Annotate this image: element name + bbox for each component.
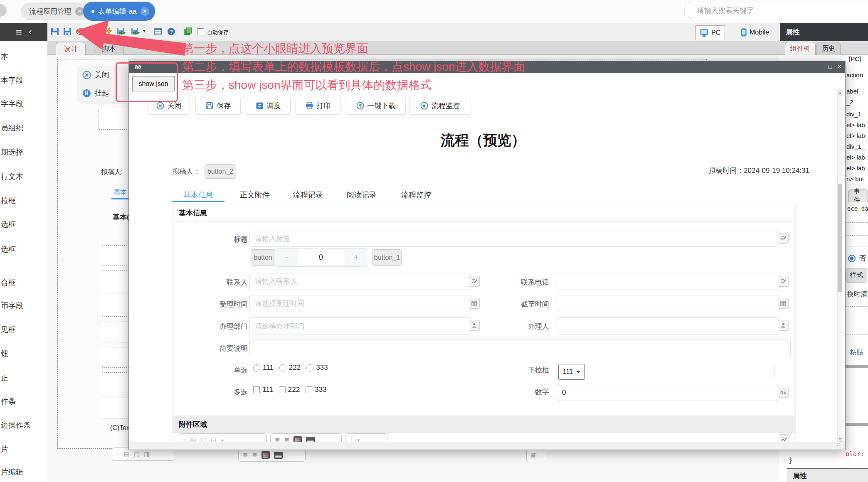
- palette-item[interactable]: 止: [1, 373, 8, 383]
- stepper-button-left[interactable]: button: [251, 249, 275, 266]
- maximize-icon[interactable]: □: [826, 63, 834, 70]
- browser-tab-form-edit[interactable]: 表单编辑-aa ✕: [83, 2, 155, 21]
- phone-input[interactable]: [557, 273, 779, 290]
- palette-item[interactable]: 片编辑: [1, 467, 23, 477]
- tree-node[interactable]: el> lab: [846, 132, 865, 139]
- tab-design[interactable]: 设计: [56, 42, 86, 55]
- palette-item[interactable]: 合框: [1, 278, 16, 288]
- tab-process-record[interactable]: 流程记录: [285, 187, 331, 202]
- radio-option[interactable]: 333: [306, 364, 328, 372]
- dialog-schedule-button[interactable]: 调度: [246, 97, 291, 115]
- device-pc-button[interactable]: PC: [695, 25, 725, 40]
- edit-icon[interactable]: [778, 276, 789, 287]
- department-input[interactable]: 请选择办理部门: [249, 317, 471, 334]
- canvas-mini-toolbar-2[interactable]: ≣≣▦▬: [238, 448, 306, 462]
- palette-item[interactable]: 币字段: [1, 301, 23, 311]
- person-icon[interactable]: [469, 320, 480, 331]
- stepper-minus-button[interactable]: −: [276, 248, 298, 266]
- radio-option[interactable]: 222: [279, 364, 301, 372]
- deadline-input[interactable]: [557, 295, 779, 312]
- dialog-horizontal-scrollbar[interactable]: [129, 442, 845, 450]
- tree-node[interactable]: n> but: [846, 175, 864, 182]
- calendar-icon[interactable]: [778, 298, 789, 309]
- palette-item[interactable]: 员组织: [1, 123, 23, 133]
- device-mobile-button[interactable]: Mobile: [737, 25, 773, 39]
- export-caret-icon[interactable]: ▾: [143, 28, 145, 34]
- tab-process-monitor[interactable]: 流程监控: [392, 187, 440, 202]
- checkbox-option[interactable]: 222: [279, 386, 300, 394]
- scrollbar-thumb[interactable]: [838, 184, 842, 292]
- dropdown-select[interactable]: 111: [558, 364, 585, 380]
- edit-icon[interactable]: [469, 276, 480, 287]
- palette-item[interactable]: 本字段: [1, 75, 23, 85]
- preview-eye-icon[interactable]: [76, 26, 86, 37]
- window-icon[interactable]: ▣: [531, 452, 537, 459]
- page-preview-icon[interactable]: [89, 26, 99, 37]
- dialog-monitor-button[interactable]: 流程监控: [409, 97, 471, 115]
- palette-item[interactable]: 选框: [1, 219, 16, 229]
- palette-item[interactable]: 边操作条: [1, 420, 31, 430]
- calendar-icon[interactable]: [469, 298, 480, 309]
- debug-lightning-icon[interactable]: [104, 26, 114, 37]
- save-icon[interactable]: [50, 26, 60, 37]
- collapse-chevron-icon[interactable]: ‹: [29, 27, 32, 37]
- tree-node[interactable]: el> lab: [846, 154, 865, 161]
- palette-item[interactable]: 行文本: [1, 172, 23, 182]
- tab-basic-info[interactable]: 基本信息: [172, 187, 224, 202]
- radio-option[interactable]: 111: [253, 364, 274, 372]
- style-button[interactable]: 样式: [846, 268, 867, 283]
- checkbox-option[interactable]: 333: [306, 386, 326, 394]
- help-icon[interactable]: ?: [166, 26, 176, 37]
- palette-item[interactable]: 见框: [1, 325, 16, 334]
- tab-script[interactable]: 脚本: [94, 42, 124, 55]
- palette-item[interactable]: 选框: [1, 244, 16, 254]
- stepper-plus-button[interactable]: +: [344, 248, 368, 266]
- summary-input[interactable]: [249, 339, 791, 356]
- list-icon[interactable]: ≣: [243, 451, 248, 459]
- tab-component-tree[interactable]: 组件树: [785, 42, 816, 55]
- up-icon[interactable]: ↑: [116, 451, 120, 458]
- person-icon[interactable]: [778, 320, 789, 331]
- menu-block[interactable]: ≡ ‹: [0, 23, 47, 41]
- number-input[interactable]: 0: [557, 384, 779, 401]
- browser-tab-process-app[interactable]: 流程应用管理 ✕: [21, 2, 90, 20]
- canvas-suspend-button[interactable]: 挂起: [82, 88, 109, 98]
- palette-item[interactable]: 拉框: [1, 196, 16, 206]
- table-list-icon[interactable]: [153, 26, 163, 37]
- close-icon[interactable]: ✕: [836, 63, 843, 70]
- palette-item[interactable]: 钮: [1, 349, 8, 359]
- search-input[interactable]: 请输入搜索关键字: [684, 2, 868, 19]
- tree-node[interactable]: div_1: [846, 111, 861, 118]
- tree-node[interactable]: [PC]: [849, 55, 861, 62]
- tree-node[interactable]: el> lab: [846, 165, 865, 172]
- list-icon[interactable]: ≣: [252, 451, 258, 459]
- tab-history[interactable]: 历史: [816, 42, 841, 55]
- handler-input[interactable]: [557, 317, 779, 334]
- box-icon[interactable]: ▢: [134, 450, 140, 458]
- dialog-print-button[interactable]: 打印: [296, 97, 340, 115]
- drafter-value-button[interactable]: button_2: [205, 164, 236, 179]
- tree-node[interactable]: div_1_: [846, 143, 865, 150]
- export-icon[interactable]: [131, 26, 141, 37]
- tree-node[interactable]: _2: [846, 98, 853, 106]
- hamburger-icon[interactable]: ≡: [16, 27, 22, 37]
- resize-grip-icon[interactable]: ⋰: [836, 440, 842, 447]
- dialog-download-button[interactable]: 一键下载: [346, 97, 406, 115]
- import-icon[interactable]: [116, 26, 126, 37]
- palette-item[interactable]: 本: [1, 52, 8, 61]
- contact-input[interactable]: 请输入联系人: [249, 273, 471, 290]
- canvas-mini-toolbar-3[interactable]: ▣: [526, 449, 546, 462]
- close-icon[interactable]: ✕: [141, 7, 149, 16]
- tab-read-record[interactable]: 阅读记录: [339, 187, 385, 202]
- panel-radio-no[interactable]: 否: [848, 253, 866, 263]
- close-icon[interactable]: ✕: [75, 7, 84, 16]
- tab-body-attachment[interactable]: 正文附件: [232, 187, 278, 202]
- autosave-checkbox[interactable]: [197, 28, 204, 37]
- grid-view-icon[interactable]: ▦: [261, 451, 270, 459]
- stepper-value[interactable]: 0: [298, 249, 344, 266]
- scroll-up-icon[interactable]: ▲: [837, 90, 843, 96]
- grid-icon[interactable]: ▦: [124, 450, 130, 458]
- row-view-icon[interactable]: ▬: [274, 452, 283, 459]
- half-box-icon[interactable]: ◨: [144, 450, 150, 458]
- palette-item[interactable]: 片: [1, 444, 8, 454]
